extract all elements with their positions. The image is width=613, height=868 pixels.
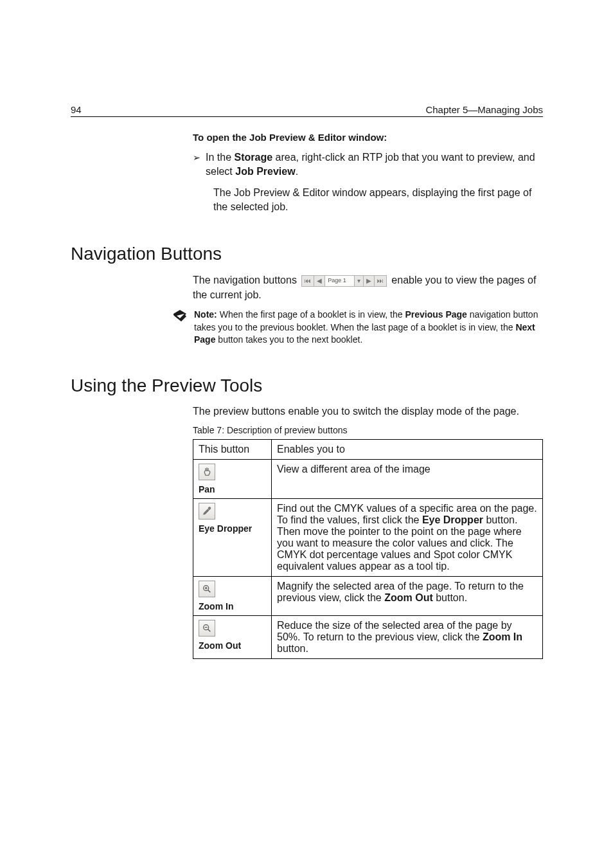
col-header-desc: Enables you to	[272, 440, 543, 460]
tool-label: Zoom In	[199, 601, 266, 611]
nav-content: The navigation buttons ⏮ ◀ Page 1 ▾ ▶ ⏭ …	[193, 273, 543, 302]
table-row: Eye Dropper Find out the CMYK values of …	[193, 499, 543, 577]
tool-desc: Magnify the selected area of the page. T…	[272, 577, 543, 616]
bold-fragment: Job Preview	[235, 166, 295, 177]
note-label: Note:	[194, 309, 217, 320]
tools-intro: The preview buttons enable you to switch…	[193, 404, 543, 419]
table-caption: Table 7: Description of preview buttons	[193, 425, 543, 435]
nav-pager-widget: ⏮ ◀ Page 1 ▾ ▶ ⏭	[301, 275, 387, 287]
bold-fragment: Zoom In	[483, 631, 522, 642]
bullet-text: In the Storage area, right-click an RTP …	[206, 150, 543, 179]
tool-label: Eye Dropper	[199, 523, 266, 534]
col-header-button: This button	[193, 440, 272, 460]
bold-fragment: Zoom Out	[384, 592, 433, 603]
tool-desc: Find out the CMYK values of a specific a…	[272, 499, 543, 577]
bold-fragment: Eye Dropper	[422, 514, 483, 525]
table-row: Zoom Out Reduce the size of the selected…	[193, 616, 543, 659]
tool-label: Pan	[199, 484, 266, 494]
intro-block: To open the Job Preview & Editor window:…	[193, 132, 543, 215]
bold-fragment: Previous Page	[405, 309, 467, 320]
text-fragment: The navigation buttons	[193, 275, 299, 285]
text-fragment: button.	[277, 643, 308, 654]
table-header-row: This button Enables you to	[193, 440, 543, 460]
text-fragment: In the	[206, 152, 234, 163]
next-page-icon: ▶	[364, 276, 375, 286]
last-page-icon: ⏭	[375, 276, 386, 286]
table-row: Pan View a different area of the image	[193, 460, 543, 499]
page-number-field: Page 1	[325, 276, 355, 286]
tools-content: The preview buttons enable you to switch…	[193, 404, 543, 659]
tool-cell-pan: Pan	[193, 460, 272, 499]
zoom-out-icon	[199, 620, 215, 637]
page-number: 94	[71, 104, 82, 115]
nav-buttons-heading: Navigation Buttons	[71, 244, 222, 264]
tool-label: Zoom Out	[199, 640, 266, 651]
table-row: Zoom In Magnify the selected area of the…	[193, 577, 543, 616]
bold-fragment: Storage	[234, 152, 272, 163]
eyedropper-icon	[199, 503, 215, 520]
svg-line-1	[208, 590, 211, 593]
tool-cell-zoom-out: Zoom Out	[193, 616, 272, 659]
chapter-label: Chapter 5—Managing Jobs	[425, 104, 543, 115]
preview-table: This button Enables you to Pan View a di…	[193, 439, 543, 659]
using-tools-heading: Using the Preview Tools	[71, 375, 262, 396]
text-fragment: Reduce the size of the selected area of …	[277, 620, 512, 642]
nav-paragraph: The navigation buttons ⏮ ◀ Page 1 ▾ ▶ ⏭ …	[193, 273, 543, 302]
text-fragment: button.	[433, 592, 467, 603]
bullet-marker-icon: ➢	[193, 152, 200, 179]
tool-desc: View a different area of the image	[272, 460, 543, 499]
pan-icon	[199, 464, 215, 480]
intro-sub-paragraph: The Job Preview & Editor window appears,…	[213, 186, 543, 215]
bullet-item: ➢ In the Storage area, right-click an RT…	[193, 150, 543, 179]
tool-cell-zoom-in: Zoom In	[193, 577, 272, 616]
dropdown-icon: ▾	[355, 276, 364, 286]
page-header: 94 Chapter 5—Managing Jobs	[71, 104, 543, 117]
tool-desc: Reduce the size of the selected area of …	[272, 616, 543, 659]
zoom-in-icon	[199, 581, 215, 597]
note-text: Note: When the first page of a booklet i…	[194, 309, 543, 347]
text-fragment: When the first page of a booklet is in v…	[217, 309, 405, 320]
first-page-icon: ⏮	[302, 276, 314, 286]
note-icon	[172, 309, 188, 327]
prev-page-icon: ◀	[314, 276, 325, 286]
tool-cell-eyedropper: Eye Dropper	[193, 499, 272, 577]
text-fragment: .	[296, 166, 298, 177]
intro-heading: To open the Job Preview & Editor window:	[193, 132, 543, 143]
note-block: Note: When the first page of a booklet i…	[172, 309, 543, 347]
text-fragment: button takes you to the next booklet.	[215, 334, 362, 345]
svg-line-5	[208, 629, 211, 632]
